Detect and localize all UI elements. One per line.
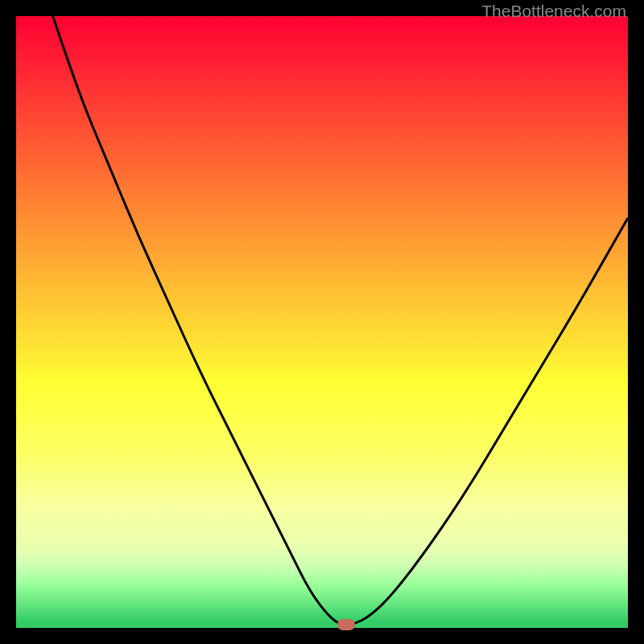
curve-svg: [16, 16, 628, 628]
minimum-marker: [337, 619, 355, 630]
bottleneck-curve: [53, 16, 628, 625]
attribution-label: TheBottleneck.com: [481, 2, 626, 21]
plot-gradient-area: [16, 16, 628, 628]
chart-container: TheBottleneck.com: [0, 0, 644, 644]
